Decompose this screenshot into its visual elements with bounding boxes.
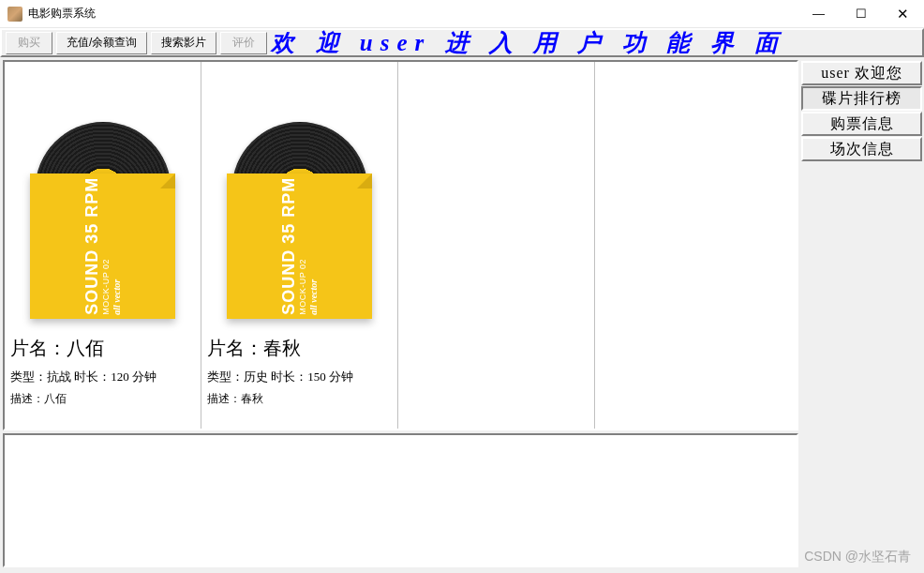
movie-card[interactable]: SOUND 35 RPM MOCK-UP 02 all vector 片名：八佰… (5, 62, 201, 429)
toolbar-buttons: 购买 充值/余额查询 搜索影片 评价 (2, 30, 269, 55)
search-button[interactable]: 搜索影片 (151, 32, 216, 54)
minimize-button[interactable]: — (797, 0, 840, 28)
maximize-button[interactable]: ☐ (840, 0, 882, 28)
window-title: 电影购票系统 (28, 6, 96, 22)
close-button[interactable]: ✕ (882, 0, 924, 28)
sidebar-session-info[interactable]: 场次信息 (801, 137, 922, 161)
movie-meta: 类型：历史 时长：150 分钟 (207, 369, 392, 385)
movie-meta: 类型：抗战 时长：120 分钟 (10, 369, 195, 385)
bottom-panel (3, 433, 798, 567)
cover-line3: all vector (308, 177, 319, 315)
cover-line2: MOCK-UP 02 (102, 177, 112, 315)
app-icon (7, 7, 22, 22)
buy-button[interactable]: 购买 (6, 32, 52, 54)
titlebar: 电影购票系统 — ☐ ✕ (0, 0, 924, 28)
sidebar: user 欢迎您 碟片排行榜 购票信息 场次信息 (801, 57, 924, 570)
main-area: SOUND 35 RPM MOCK-UP 02 all vector 片名：八佰… (0, 57, 801, 570)
sidebar-ranking[interactable]: 碟片排行榜 (801, 86, 922, 111)
cover-line1: SOUND 35 RPM (280, 177, 299, 315)
review-button[interactable]: 评价 (220, 32, 267, 54)
movie-list-panel: SOUND 35 RPM MOCK-UP 02 all vector 片名：八佰… (3, 60, 798, 430)
window-controls: — ☐ ✕ (797, 0, 924, 28)
sidebar-ticket-info[interactable]: 购票信息 (801, 112, 922, 136)
cover-line1: SOUND 35 RPM (83, 177, 102, 315)
movie-desc: 描述：八佰 (10, 391, 195, 407)
movie-card[interactable]: SOUND 35 RPM MOCK-UP 02 all vector 片名：春秋… (201, 62, 398, 429)
top-toolbar: 购买 充值/余额查询 搜索影片 评价 欢 迎 user 进 入 用 户 功 能 … (0, 28, 924, 57)
welcome-banner: 欢 迎 user 进 入 用 户 功 能 界 面 (269, 30, 922, 55)
movie-card-empty (398, 62, 595, 429)
content-area: SOUND 35 RPM MOCK-UP 02 all vector 片名：八佰… (0, 57, 924, 570)
recharge-button[interactable]: 充值/余额查询 (56, 32, 147, 54)
movie-card-empty (595, 62, 792, 429)
album-sleeve: SOUND 35 RPM MOCK-UP 02 all vector (227, 173, 372, 319)
movie-title: 片名：八佰 (10, 336, 195, 361)
movie-desc: 描述：春秋 (207, 391, 392, 407)
movie-title: 片名：春秋 (207, 336, 392, 361)
movie-cover: SOUND 35 RPM MOCK-UP 02 all vector (10, 66, 195, 319)
album-sleeve: SOUND 35 RPM MOCK-UP 02 all vector (30, 173, 175, 319)
cover-line2: MOCK-UP 02 (299, 177, 308, 315)
movie-cover: SOUND 35 RPM MOCK-UP 02 all vector (207, 66, 392, 319)
cover-line3: all vector (112, 177, 122, 315)
sidebar-welcome[interactable]: user 欢迎您 (801, 61, 922, 85)
